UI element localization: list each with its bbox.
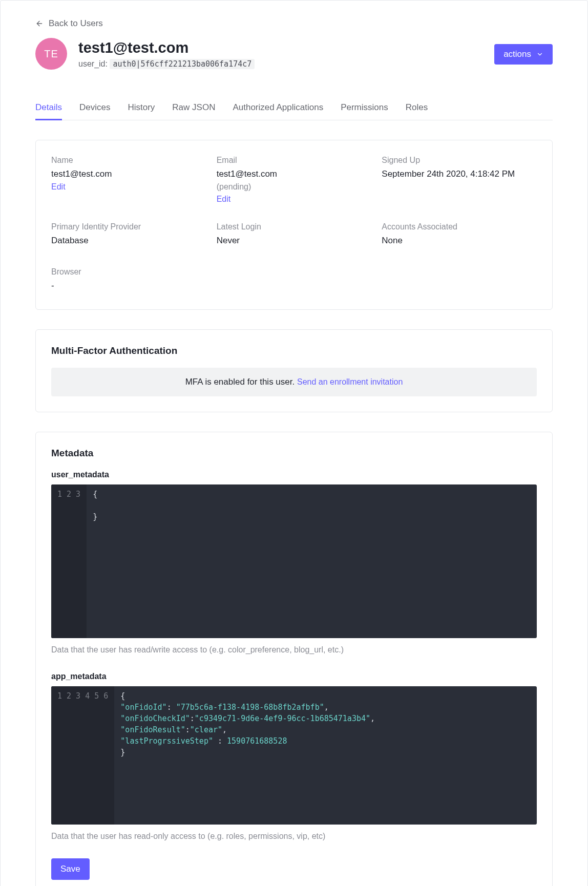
tab-details[interactable]: Details [35,96,62,120]
tab-history[interactable]: History [128,96,155,120]
mfa-title: Multi-Factor Authentication [51,345,537,356]
field-value-accounts: None [382,236,537,246]
metadata-title: Metadata [51,448,537,459]
app-metadata-label: app_metadata [51,672,537,681]
app-metadata-hint: Data that the user has read-only access … [51,832,537,841]
arrow-left-icon [35,19,44,28]
field-value-email: test1@test.com [217,169,372,179]
field-value-provider: Database [51,236,206,246]
back-to-users-link[interactable]: Back to Users [35,18,103,29]
field-value-signedup: September 24th 2020, 4:18:42 PM [382,169,537,179]
field-label-accounts: Accounts Associated [382,222,537,231]
user-metadata-hint: Data that the user has read/write access… [51,645,537,655]
actions-button[interactable]: actions [494,44,553,65]
editor-gutter: 1 2 3 4 5 6 [51,686,114,825]
user-metadata-label: user_metadata [51,470,537,479]
back-label: Back to Users [49,18,103,29]
edit-email-link[interactable]: Edit [217,195,372,204]
tab-devices[interactable]: Devices [79,96,110,120]
tabs: DetailsDevicesHistoryRaw JSONAuthorized … [35,96,553,120]
field-value-name: test1@test.com [51,169,206,179]
mfa-text: MFA is enabled for this user. [185,377,297,387]
field-label-browser: Browser [51,267,206,277]
field-label-login: Latest Login [217,222,372,231]
user-info-card: Name test1@test.com Edit Email test1@tes… [35,140,553,310]
user-id-label: user_id: [78,59,108,68]
user-metadata-editor[interactable]: 1 2 3 { } [51,484,537,638]
field-value-login: Never [217,236,372,246]
user-id-value: auth0|5f6cff221213ba006fa174c7 [110,59,255,69]
field-label-name: Name [51,156,206,165]
mfa-card: Multi-Factor Authentication MFA is enabl… [35,329,553,412]
chevron-down-icon [536,51,543,58]
field-label-signedup: Signed Up [382,156,537,165]
tab-roles[interactable]: Roles [406,96,428,120]
save-button[interactable]: Save [51,858,90,880]
avatar: TE [35,38,67,70]
field-note-email: (pending) [217,182,372,192]
editor-code[interactable]: { } [87,484,537,638]
tab-permissions[interactable]: Permissions [341,96,388,120]
mfa-enroll-link[interactable]: Send an enrollment invitation [297,377,403,386]
edit-name-link[interactable]: Edit [51,182,206,192]
tab-authorized-applications[interactable]: Authorized Applications [233,96,323,120]
tab-raw-json[interactable]: Raw JSON [172,96,215,120]
app-metadata-editor[interactable]: 1 2 3 4 5 6 { "onFidoId": "77b5c6a-f138-… [51,686,537,825]
field-value-browser: - [51,281,206,291]
field-label-provider: Primary Identity Provider [51,222,206,231]
editor-code[interactable]: { "onFidoId": "77b5c6a-f138-4198-68b8fb2… [114,686,537,825]
editor-gutter: 1 2 3 [51,484,87,638]
metadata-card: Metadata user_metadata 1 2 3 { } Data th… [35,432,553,886]
actions-label: actions [503,49,531,59]
mfa-banner: MFA is enabled for this user. Send an en… [51,368,537,396]
page-title: test1@test.com [78,39,255,56]
field-label-email: Email [217,156,372,165]
